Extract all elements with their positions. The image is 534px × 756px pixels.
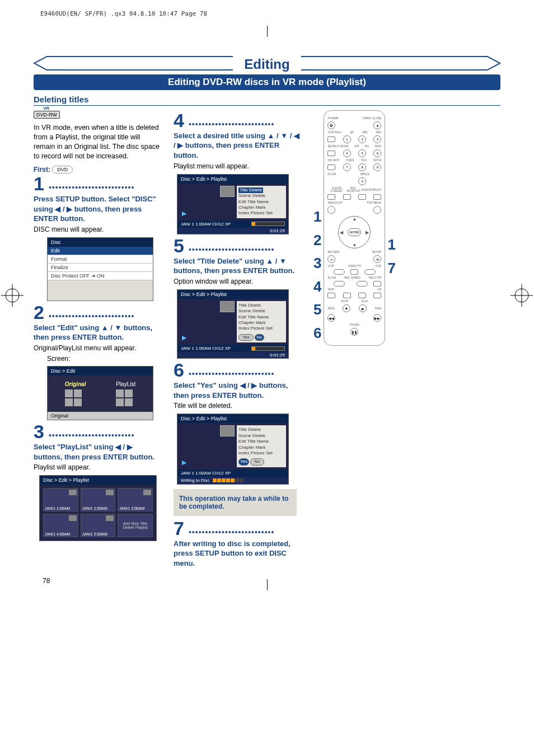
detail-opt: Index Picture Set <box>238 210 284 216</box>
step-6-number: 6 <box>174 362 184 378</box>
detail-opt: Title Delete <box>238 187 263 193</box>
slow-button <box>334 281 345 287</box>
detail-status: JAN/ 1 1:00AM CH12 XP <box>181 346 231 351</box>
detail-opt: Scene Delete <box>238 433 284 439</box>
title-detail-screen-5: Disc > Edit > Playlist ▶ Title Delete Sc… <box>177 289 289 359</box>
disc-menu-item: Edit <box>48 247 153 255</box>
detail-opt: Index Picture Set <box>238 326 284 331</box>
step-5-instruction: Select "Title Delete" using ▲ / ▼ button… <box>174 256 302 276</box>
detail-opt: Scene Delete <box>238 193 284 199</box>
step-5-header: 5 •••••••••••••••••••••••••• <box>174 238 302 254</box>
remote-control-diagram: POWEROPEN/ CLOSE ⏻▲ VCR Plus+.@/:ABCDEF … <box>324 110 385 346</box>
ch-down <box>358 293 366 298</box>
disc-menu-item: Finalize <box>48 264 153 272</box>
key-6: 6 <box>373 149 381 157</box>
seq-numbers-right: 1 7 <box>387 233 395 280</box>
yes-button: Yes <box>238 334 254 341</box>
detail-opt: Chapter Mark <box>238 205 284 210</box>
recmon-button <box>343 194 351 200</box>
crop-mark-top <box>267 26 268 37</box>
play-icon: ▶ <box>182 459 186 466</box>
nav-ring: ▲ ▼ ◀ ▶ ENTER <box>338 216 371 248</box>
play-icon: ▶ <box>182 210 186 217</box>
detail-opt: Edit Title Name <box>238 199 284 205</box>
detail-opt: Title Delete <box>238 427 284 433</box>
step-7-instruction: After writing to disc is completed, pres… <box>174 539 302 569</box>
intro-text: In VR mode, even when a title is deleted… <box>34 123 162 161</box>
detail-opt: Edit Title Name <box>238 439 284 444</box>
edit-menu-caption: Original <box>48 412 153 420</box>
disc-menu-item: Disc Protect OFF ➔ ON <box>48 272 153 280</box>
step-1-number: 1 <box>34 176 44 192</box>
detail-time: 0:01:25 <box>177 352 288 358</box>
videotv-button <box>350 269 358 275</box>
subtitle: Editing DVD-RW discs in VR mode (Playlis… <box>34 74 500 90</box>
step-5-result: Option window will appear. <box>174 277 302 286</box>
step-1-header: 1 •••••••••••••••••••••••••• <box>34 176 162 192</box>
crop-target-right-icon <box>510 284 533 307</box>
step-7-header: 7 •••••••••••••••••••••••••• <box>174 520 302 537</box>
dot-rule: •••••••••••••••••••••••••• <box>189 120 274 129</box>
tab-original: Original <box>65 381 86 406</box>
step-4-header: 4 •••••••••••••••••••••••••• <box>174 112 302 129</box>
step-3-number: 3 <box>34 424 44 440</box>
crop-mark-bottom <box>267 579 268 590</box>
column-left: DVD-RW In VR mode, even when a title is … <box>34 110 162 568</box>
banner-right-arrow <box>301 56 500 72</box>
print-header: E9460UD(EN/ SP/FR) .qx3 04.8.10 10:47 Pa… <box>40 10 207 17</box>
stop-button: ■ <box>343 304 350 312</box>
vcr-button <box>334 269 345 275</box>
key-0: 0 <box>358 177 366 185</box>
topmenu-button <box>373 206 381 214</box>
key-8: 8 <box>358 163 366 171</box>
writing-bar: Writing to Disc <box>177 477 288 484</box>
step-4-instruction: Select a desired title using ▲ / ▼ / ◀ /… <box>174 131 302 161</box>
recotr-button <box>373 281 381 287</box>
detail-opt: Scene Delete <box>238 308 284 314</box>
step-5-number: 5 <box>174 238 184 254</box>
step-3-header: 3 •••••••••••••••••••••••••• <box>34 424 162 440</box>
power-icon: ⏻ <box>327 121 335 129</box>
step-2-header: 2 •••••••••••••••••••••••••• <box>34 304 162 321</box>
recspeed-button <box>357 281 368 287</box>
arrow-left-icon: ◀ <box>340 230 343 235</box>
step-4-result: Playlist menu will appear. <box>174 162 302 171</box>
key-7: 7 <box>343 163 351 171</box>
dvd-button <box>364 269 376 275</box>
yes-button: Yes <box>238 458 249 465</box>
playlist-slot: JAN/1 1:00AM <box>43 488 78 511</box>
rew-button: ◀◀ <box>327 314 335 322</box>
enter-button: ENTER <box>348 228 361 236</box>
crop-target-left-icon <box>1 284 24 307</box>
dot-rule: •••••••••••••••••••••••••• <box>49 312 134 321</box>
detail-opt: Edit Title Name <box>238 314 284 320</box>
key-9: 9 <box>373 163 381 171</box>
arrow-up-icon: ▲ <box>353 217 357 222</box>
seq-numbers-left: 1 2 3 4 5 6 <box>313 205 321 345</box>
playlist-slot: JAN/1 4:00AM <box>43 514 78 537</box>
step-3-result: Playlist will appear. <box>34 463 162 472</box>
detail-opt: Title Delete <box>238 303 284 308</box>
disc-menu-title: Disc <box>48 238 153 247</box>
column-right: 1 2 3 4 5 6 POWEROPEN/ CLOSE ⏻▲ VCR Plus… <box>313 110 442 568</box>
return-button: ↩ <box>327 255 335 263</box>
step-3-instruction: Select "PlayList" using ◀ / ▶ buttons, t… <box>34 442 162 462</box>
detail-status: JAN/ 1 1:00AM CH12 XP <box>181 222 231 227</box>
detail-opt: Chapter Mark <box>238 320 284 326</box>
skip-next <box>343 293 351 298</box>
detail-opt: Index Picture Set <box>238 450 284 456</box>
search-button <box>327 151 335 156</box>
ch-up <box>373 293 381 298</box>
step-2-number: 2 <box>34 304 44 321</box>
column-middle: 4 •••••••••••••••••••••••••• Select a de… <box>174 110 302 568</box>
dot-rule: •••••••••••••••••••••••••• <box>49 183 134 192</box>
edit-menu-title: Disc > Edit <box>48 367 153 375</box>
key-1: 1 <box>343 135 351 143</box>
playlist-slot: JAN/1 2:00AM <box>81 488 116 511</box>
page-number: 78 <box>43 577 50 585</box>
playlist-slot: JAN/1 3:00AM <box>118 488 153 511</box>
play-icon: ▶ <box>182 334 186 341</box>
playlist-add-slot: Add New Title Delete Playlist <box>118 514 153 537</box>
dot-rule: •••••••••••••••••••••••••• <box>189 369 274 378</box>
disc-menu-screen: Disc Edit Format Finalize Disc Protect O… <box>47 237 153 301</box>
